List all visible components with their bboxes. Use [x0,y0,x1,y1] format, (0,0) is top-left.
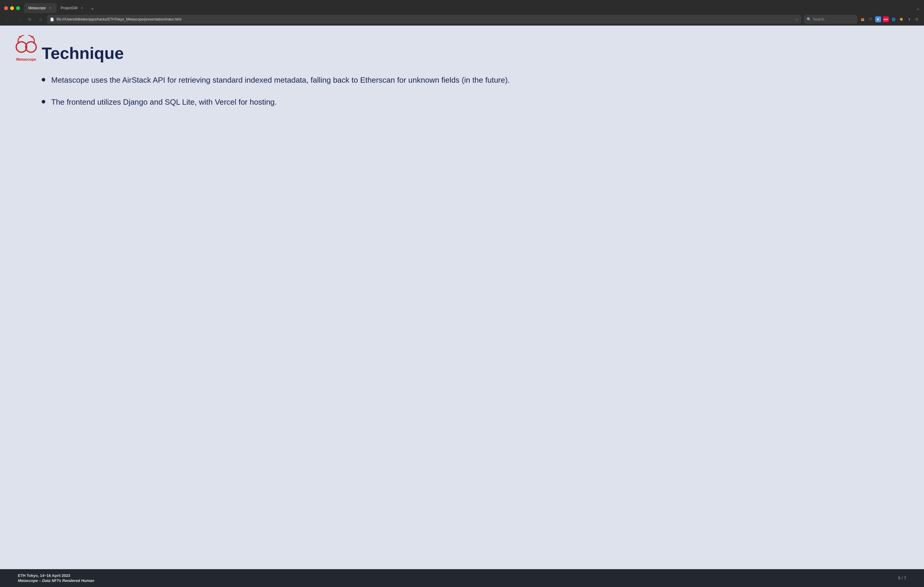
svg-point-1 [26,42,36,52]
bullet-dot-1 [42,78,45,82]
address-bar[interactable]: 📄 file:///Users/kitblake/apps/hacks/ETHT… [47,15,801,24]
metascope-logo-svg [14,33,38,56]
search-bar[interactable]: 🔍 Search [804,15,857,24]
bookmark-star-icon[interactable]: ☆ [795,17,799,22]
close-traffic-light[interactable] [4,6,8,10]
ext-icon-3[interactable]: K [875,16,881,22]
traffic-lights [4,6,20,10]
search-bar-placeholder: Search [813,17,824,21]
tab-metascope-close[interactable]: ✕ [48,6,53,10]
address-bar-url: file:///Users/kitblake/apps/hacks/ETHTok… [56,17,792,21]
tab-metascope[interactable]: Metascope ✕ [24,3,56,13]
slide-logo: Metascope [14,33,38,62]
bullet-dot-2 [42,100,45,104]
share-icon[interactable]: ⬆ [906,16,912,22]
tab-projectgm-label: ProjectGM [61,6,78,10]
back-button[interactable]: ← [4,15,13,23]
slide-bullet-1-text: Metascope uses the AirStack API for retr… [51,75,510,86]
svg-point-0 [16,42,26,52]
maximize-traffic-light[interactable] [16,6,20,10]
menu-icon[interactable]: ≡ [914,16,920,22]
slide-bullet-2-text: The frontend utilizes Django and SQL Lit… [51,97,277,108]
new-tab-button[interactable]: + [88,5,96,13]
nav-bar: ← → ↻ ⌂ 📄 file:///Users/kitblake/apps/ha… [0,13,924,26]
home-button[interactable]: ⌂ [36,15,45,23]
footer-left: ETH Tokyo, 14~16 April 2023 Metascope – … [18,573,94,583]
svg-line-4 [28,35,31,36]
footer-event: ETH Tokyo, 14~16 April 2023 [18,573,94,578]
address-bar-lock-icon: 📄 [50,18,54,21]
tab-metascope-label: Metascope [28,6,46,10]
slide-bullet-2: The frontend utilizes Django and SQL Lit… [42,97,906,108]
search-icon: 🔍 [807,17,811,21]
presentation-wrapper: Metascope Technique Metascope uses the A… [0,26,924,587]
ext-icon-abp[interactable]: ABP [883,16,889,22]
refresh-button[interactable]: ↻ [26,15,34,23]
svg-line-3 [21,35,24,36]
title-bar: Metascope ✕ ProjectGM ✕ + ⌄ [0,0,924,13]
forward-button[interactable]: → [15,15,23,23]
footer-subtitle: Metascope – Data NFTs Rendered Human [18,579,94,583]
slide-content: Technique Metascope uses the AirStack AP… [18,40,906,108]
minimize-traffic-light[interactable] [10,6,14,10]
ext-icon-5[interactable]: 🦁 [898,16,904,22]
browser-chrome: Metascope ✕ ProjectGM ✕ + ⌄ ← → ↻ ⌂ 📄 fi… [0,0,924,26]
ext-icon-1[interactable]: 🦊 [860,16,866,22]
slide-bullets: Metascope uses the AirStack API for retr… [42,75,906,108]
slide-title: Technique [42,43,906,63]
ext-icon-4[interactable]: 🌐 [891,16,897,22]
tab-projectgm[interactable]: ProjectGM ✕ [56,3,88,13]
slide-bullet-1: Metascope uses the AirStack API for retr… [42,75,906,86]
tabs-menu-button[interactable]: ⌄ [916,5,920,11]
tab-projectgm-close[interactable]: ✕ [80,6,84,10]
ext-icon-2[interactable]: 🛡 [868,16,873,22]
logo-text: Metascope [16,57,36,62]
browser-extensions: 🦊 🛡 K ABP 🌐 🦁 ⬆ ≡ [860,16,920,22]
footer-pagination: 5 / 7 [898,576,906,580]
slide-area: Metascope Technique Metascope uses the A… [0,26,924,569]
slide-footer: ETH Tokyo, 14~16 April 2023 Metascope – … [0,569,924,587]
tabs-bar: Metascope ✕ ProjectGM ✕ + [24,3,914,13]
